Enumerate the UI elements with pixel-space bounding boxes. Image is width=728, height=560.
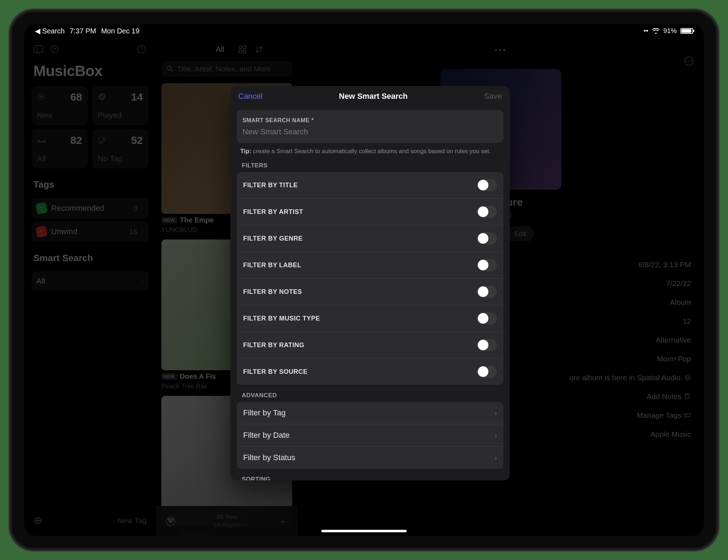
toggle-switch[interactable] (477, 179, 497, 191)
battery-icon (680, 28, 693, 34)
toggle-switch[interactable] (477, 312, 497, 324)
filter-by-tag-row[interactable]: Filter by Tag› (237, 402, 503, 424)
toggle-switch[interactable] (477, 259, 497, 271)
status-time: 7:37 PM (70, 27, 96, 35)
save-button[interactable]: Save (484, 92, 502, 101)
toggle-switch[interactable] (477, 286, 497, 298)
filter-toggle-genre[interactable]: FILTER BY GENRE (237, 225, 503, 252)
status-date: Mon Dec 19 (101, 27, 139, 35)
chevron-right-icon: › (494, 409, 497, 417)
sorting-header: SORTING (237, 469, 503, 480)
battery-pct: 91% (663, 27, 677, 35)
back-to-app[interactable]: ◀ Search (35, 27, 65, 35)
filter-toggle-musictype[interactable]: FILTER BY MUSIC TYPE (237, 305, 503, 332)
filter-toggle-rating[interactable]: FILTER BY RATING (237, 332, 503, 359)
new-smart-search-sheet: Cancel New Smart Search Save SMART SEARC… (230, 86, 510, 480)
filter-by-date-row[interactable]: Filter by Date› (237, 424, 503, 447)
filter-toggle-artist[interactable]: FILTER BY ARTIST (237, 199, 503, 225)
advanced-list: Filter by Tag› Filter by Date› Filter by… (237, 402, 503, 469)
name-field-label: SMART SEARCH NAME * (242, 112, 498, 124)
sheet-title: New Smart Search (339, 92, 408, 101)
advanced-header: ADVANCED (237, 385, 503, 402)
filter-toggle-notes[interactable]: FILTER BY NOTES (237, 279, 503, 305)
name-input-card: SMART SEARCH NAME * (237, 110, 503, 143)
filter-by-status-row[interactable]: Filter by Status› (237, 447, 503, 469)
filter-toggle-label[interactable]: FILTER BY LABEL (237, 252, 503, 279)
wifi-icon (652, 28, 660, 34)
toggle-switch[interactable] (477, 232, 497, 244)
filter-toggle-title[interactable]: FILTER BY TITLE (237, 172, 503, 199)
status-bar: ◀ Search 7:37 PM Mon Dec 19 •• 91% (24, 24, 704, 38)
tip-text: Tip: create a Smart Search to automatica… (237, 143, 503, 155)
cancel-button[interactable]: Cancel (238, 92, 262, 101)
chevron-right-icon: › (494, 431, 497, 440)
smart-search-name-input[interactable] (242, 127, 498, 136)
toggle-switch[interactable] (477, 366, 497, 378)
toggle-switch[interactable] (477, 206, 497, 218)
filter-toggle-source[interactable]: FILTER BY SOURCE (237, 359, 503, 385)
home-indicator[interactable] (321, 530, 407, 532)
cell-signal-icon: •• (644, 27, 648, 35)
filters-header: FILTERS (237, 155, 503, 172)
filters-list: FILTER BY TITLE FILTER BY ARTIST FILTER … (237, 172, 503, 385)
chevron-right-icon: › (494, 454, 497, 462)
toggle-switch[interactable] (477, 339, 497, 351)
